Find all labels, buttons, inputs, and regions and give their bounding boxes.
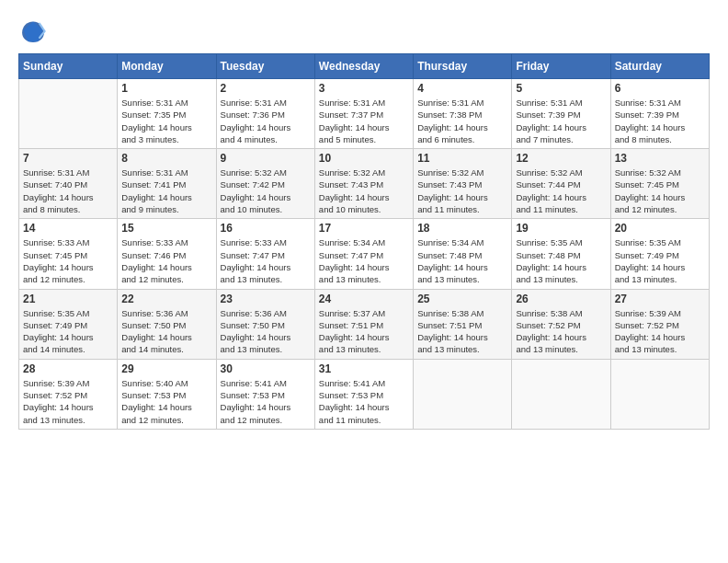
day-info: Sunrise: 5:35 AM Sunset: 7:49 PM Dayligh…	[23, 307, 113, 356]
calendar-cell: 3Sunrise: 5:31 AM Sunset: 7:37 PM Daylig…	[314, 79, 413, 149]
day-number: 5	[516, 82, 606, 95]
day-info: Sunrise: 5:31 AM Sunset: 7:40 PM Dayligh…	[23, 167, 113, 215]
calendar-cell: 2Sunrise: 5:31 AM Sunset: 7:36 PM Daylig…	[216, 79, 314, 149]
weekday-header-wednesday: Wednesday	[314, 54, 413, 79]
day-info: Sunrise: 5:41 AM Sunset: 7:53 PM Dayligh…	[319, 377, 409, 426]
day-number: 21	[23, 293, 113, 305]
calendar-cell: 10Sunrise: 5:32 AM Sunset: 7:43 PM Dayli…	[314, 149, 413, 219]
calendar-cell: 23Sunrise: 5:36 AM Sunset: 7:50 PM Dayli…	[216, 289, 314, 359]
day-info: Sunrise: 5:40 AM Sunset: 7:53 PM Dayligh…	[121, 377, 211, 426]
day-info: Sunrise: 5:36 AM Sunset: 7:50 PM Dayligh…	[121, 307, 211, 356]
weekday-header-saturday: Saturday	[610, 54, 709, 79]
calendar-cell: 29Sunrise: 5:40 AM Sunset: 7:53 PM Dayli…	[118, 359, 216, 429]
weekday-header-monday: Monday	[118, 54, 216, 79]
calendar-cell: 25Sunrise: 5:38 AM Sunset: 7:51 PM Dayli…	[414, 289, 512, 359]
weekday-header-thursday: Thursday	[414, 54, 512, 79]
calendar-cell: 18Sunrise: 5:34 AM Sunset: 7:48 PM Dayli…	[414, 219, 512, 289]
day-number: 19	[516, 222, 606, 235]
calendar-cell: 15Sunrise: 5:33 AM Sunset: 7:46 PM Dayli…	[118, 219, 216, 289]
calendar-cell: 27Sunrise: 5:39 AM Sunset: 7:52 PM Dayli…	[610, 289, 709, 359]
calendar-cell: 22Sunrise: 5:36 AM Sunset: 7:50 PM Dayli…	[118, 289, 216, 359]
day-info: Sunrise: 5:35 AM Sunset: 7:48 PM Dayligh…	[516, 236, 606, 285]
day-number: 7	[23, 152, 113, 165]
day-number: 17	[319, 222, 409, 235]
day-number: 29	[121, 362, 211, 375]
weekday-header-sunday: Sunday	[19, 54, 118, 79]
day-info: Sunrise: 5:38 AM Sunset: 7:51 PM Dayligh…	[417, 307, 507, 356]
day-info: Sunrise: 5:33 AM Sunset: 7:45 PM Dayligh…	[23, 236, 113, 285]
day-info: Sunrise: 5:31 AM Sunset: 7:36 PM Dayligh…	[221, 97, 311, 145]
day-number: 10	[319, 152, 409, 165]
day-number: 23	[221, 293, 311, 305]
logo-graphic	[18, 18, 46, 48]
day-info: Sunrise: 5:35 AM Sunset: 7:49 PM Dayligh…	[615, 236, 705, 285]
calendar-cell: 21Sunrise: 5:35 AM Sunset: 7:49 PM Dayli…	[19, 289, 118, 359]
weekday-header-friday: Friday	[512, 54, 610, 79]
day-info: Sunrise: 5:32 AM Sunset: 7:45 PM Dayligh…	[615, 167, 705, 215]
day-number: 15	[121, 222, 211, 235]
day-info: Sunrise: 5:31 AM Sunset: 7:38 PM Dayligh…	[417, 97, 507, 145]
calendar-cell: 12Sunrise: 5:32 AM Sunset: 7:44 PM Dayli…	[512, 149, 610, 219]
calendar-cell: 1Sunrise: 5:31 AM Sunset: 7:35 PM Daylig…	[118, 79, 216, 149]
calendar-cell: 7Sunrise: 5:31 AM Sunset: 7:40 PM Daylig…	[19, 149, 118, 219]
day-info: Sunrise: 5:38 AM Sunset: 7:52 PM Dayligh…	[516, 307, 606, 356]
day-info: Sunrise: 5:31 AM Sunset: 7:37 PM Dayligh…	[319, 97, 409, 145]
day-info: Sunrise: 5:41 AM Sunset: 7:53 PM Dayligh…	[221, 377, 311, 426]
day-number: 16	[221, 222, 311, 235]
day-number: 12	[516, 152, 606, 165]
day-info: Sunrise: 5:32 AM Sunset: 7:43 PM Dayligh…	[319, 167, 409, 215]
day-number: 22	[121, 293, 211, 305]
day-number: 20	[615, 222, 705, 235]
calendar-cell: 26Sunrise: 5:38 AM Sunset: 7:52 PM Dayli…	[512, 289, 610, 359]
day-info: Sunrise: 5:39 AM Sunset: 7:52 PM Dayligh…	[23, 377, 113, 426]
day-info: Sunrise: 5:32 AM Sunset: 7:44 PM Dayligh…	[516, 167, 606, 215]
calendar-cell: 16Sunrise: 5:33 AM Sunset: 7:47 PM Dayli…	[216, 219, 314, 289]
calendar-cell: 11Sunrise: 5:32 AM Sunset: 7:43 PM Dayli…	[414, 149, 512, 219]
calendar-cell: 28Sunrise: 5:39 AM Sunset: 7:52 PM Dayli…	[19, 359, 118, 429]
calendar-cell: 4Sunrise: 5:31 AM Sunset: 7:38 PM Daylig…	[414, 79, 512, 149]
day-info: Sunrise: 5:39 AM Sunset: 7:52 PM Dayligh…	[615, 307, 705, 356]
day-info: Sunrise: 5:34 AM Sunset: 7:48 PM Dayligh…	[417, 236, 507, 285]
day-number: 3	[319, 82, 409, 95]
day-info: Sunrise: 5:32 AM Sunset: 7:42 PM Dayligh…	[221, 167, 311, 215]
calendar-cell	[19, 79, 118, 149]
calendar-cell: 31Sunrise: 5:41 AM Sunset: 7:53 PM Dayli…	[314, 359, 413, 429]
day-number: 11	[417, 152, 507, 165]
calendar-cell: 6Sunrise: 5:31 AM Sunset: 7:39 PM Daylig…	[610, 79, 709, 149]
day-info: Sunrise: 5:31 AM Sunset: 7:39 PM Dayligh…	[516, 97, 606, 145]
calendar-cell: 13Sunrise: 5:32 AM Sunset: 7:45 PM Dayli…	[610, 149, 709, 219]
calendar-cell: 9Sunrise: 5:32 AM Sunset: 7:42 PM Daylig…	[216, 149, 314, 219]
day-number: 4	[417, 82, 507, 95]
day-number: 18	[417, 222, 507, 235]
day-info: Sunrise: 5:33 AM Sunset: 7:47 PM Dayligh…	[221, 236, 311, 285]
day-number: 27	[615, 293, 705, 305]
day-number: 13	[615, 152, 705, 165]
calendar-cell: 19Sunrise: 5:35 AM Sunset: 7:48 PM Dayli…	[512, 219, 610, 289]
day-number: 2	[221, 82, 311, 95]
day-info: Sunrise: 5:37 AM Sunset: 7:51 PM Dayligh…	[319, 307, 409, 356]
day-number: 30	[221, 362, 311, 375]
day-number: 14	[23, 222, 113, 235]
day-info: Sunrise: 5:31 AM Sunset: 7:41 PM Dayligh…	[121, 167, 211, 215]
day-number: 1	[121, 82, 211, 95]
day-number: 25	[417, 293, 507, 305]
day-info: Sunrise: 5:36 AM Sunset: 7:50 PM Dayligh…	[221, 307, 311, 356]
calendar: SundayMondayTuesdayWednesdayThursdayFrid…	[18, 53, 710, 430]
day-info: Sunrise: 5:33 AM Sunset: 7:46 PM Dayligh…	[121, 236, 211, 285]
header	[18, 15, 710, 48]
day-number: 26	[516, 293, 606, 305]
day-info: Sunrise: 5:34 AM Sunset: 7:47 PM Dayligh…	[319, 236, 409, 285]
calendar-cell	[414, 359, 512, 429]
day-number: 24	[319, 293, 409, 305]
day-number: 8	[121, 152, 211, 165]
calendar-cell	[512, 359, 610, 429]
calendar-cell: 14Sunrise: 5:33 AM Sunset: 7:45 PM Dayli…	[19, 219, 118, 289]
calendar-cell: 20Sunrise: 5:35 AM Sunset: 7:49 PM Dayli…	[610, 219, 709, 289]
logo	[18, 18, 46, 48]
day-info: Sunrise: 5:31 AM Sunset: 7:35 PM Dayligh…	[121, 97, 211, 145]
day-number: 9	[221, 152, 311, 165]
calendar-cell: 24Sunrise: 5:37 AM Sunset: 7:51 PM Dayli…	[314, 289, 413, 359]
calendar-cell: 5Sunrise: 5:31 AM Sunset: 7:39 PM Daylig…	[512, 79, 610, 149]
day-info: Sunrise: 5:31 AM Sunset: 7:39 PM Dayligh…	[615, 97, 705, 145]
day-number: 31	[319, 362, 409, 375]
